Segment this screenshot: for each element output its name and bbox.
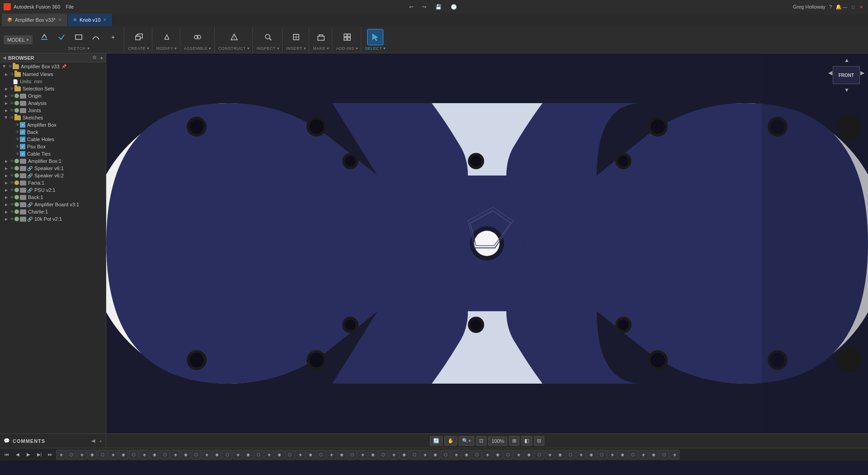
minimize-btn[interactable]: — — [842, 4, 848, 10]
timeline-icon-11[interactable]: ⬡ — [160, 450, 170, 460]
timeline-icon-43[interactable]: ◉ — [493, 450, 503, 460]
timeline-icon-3[interactable]: ◈ — [77, 450, 87, 460]
playback-forward[interactable]: ⏭ — [45, 450, 55, 460]
comments-section[interactable]: 💬 COMMENTS ◀ + — [0, 434, 106, 448]
comments-expand[interactable]: ◀ — [91, 438, 95, 444]
sketch-finish-btn[interactable] — [53, 29, 70, 45]
insert-btn[interactable] — [288, 29, 304, 45]
history-btn[interactable]: 🕐 — [451, 4, 457, 10]
timeline-icon-52[interactable]: ◉ — [586, 450, 596, 460]
playback-rewind[interactable]: ⏮ — [2, 450, 12, 460]
timeline-icon-25[interactable]: ◉ — [306, 450, 316, 460]
maximize-btn[interactable]: □ — [850, 4, 856, 10]
browser-item-amp-box-1[interactable]: ▶ 👁 Amplifier Box:1 — [0, 157, 106, 165]
timeline-icon-26[interactable]: ⬡ — [316, 450, 326, 460]
timeline-icon-47[interactable]: ⬡ — [534, 450, 544, 460]
browser-item-charlie-1[interactable]: ▶ 👁 Charlie:1 — [0, 208, 106, 215]
browser-item-cable-ties-sketch[interactable]: ▶ 👁 ✓ Cable Ties — [0, 150, 106, 157]
comments-settings[interactable]: + — [99, 438, 102, 444]
amp-board-expand[interactable]: ▶ — [4, 202, 9, 207]
make-btn[interactable] — [313, 29, 329, 45]
sidebar-collapse-arrow[interactable]: ◀ — [3, 55, 6, 60]
timeline-icon-49[interactable]: ◉ — [555, 450, 565, 460]
timeline-icon-10[interactable]: ◉ — [150, 450, 160, 460]
sidebar-expand-btn[interactable]: + — [100, 55, 103, 61]
playback-play[interactable]: ▶ — [24, 450, 33, 460]
browser-item-cable-holes-sketch[interactable]: ▶ 👁 ✓ Cable Holes — [0, 136, 106, 143]
facia-expand[interactable]: ▶ — [4, 180, 9, 185]
sketch-curve-btn[interactable] — [88, 29, 104, 45]
timeline-icon-36[interactable]: ◈ — [420, 450, 430, 460]
browser-item-speaker-v6-2[interactable]: ▶ 👁 🔗 Speaker v6:2 — [0, 172, 106, 179]
inspect-btn[interactable] — [260, 29, 276, 45]
timeline-icon-28[interactable]: ◉ — [337, 450, 347, 460]
tab-amplifier-box[interactable]: 📦 Amplifier Box v33* ✕ — [2, 14, 68, 26]
timeline-icon-55[interactable]: ◉ — [618, 450, 627, 460]
sketch-btn[interactable] — [36, 29, 52, 45]
timeline-icon-13[interactable]: ◉ — [181, 450, 191, 460]
timeline-icon-53[interactable]: ⬡ — [597, 450, 607, 460]
create-btn[interactable] — [131, 29, 147, 45]
browser-item-back-1[interactable]: ▶ 👁 Back:1 — [0, 194, 106, 201]
timeline-icon-59[interactable]: ⬡ — [659, 450, 669, 460]
charlie-expand[interactable]: ▶ — [4, 209, 9, 214]
timeline-icon-31[interactable]: ◉ — [368, 450, 378, 460]
menu-file[interactable]: File — [66, 4, 74, 10]
timeline-icon-42[interactable]: ◈ — [482, 450, 492, 460]
timeline-icon-51[interactable]: ◈ — [576, 450, 586, 460]
construct-btn[interactable] — [226, 29, 242, 45]
close-btn[interactable]: ✕ — [858, 4, 864, 10]
speaker-1-expand[interactable]: ▶ — [4, 166, 9, 171]
viewport-3d[interactable]: FRONT ▲ ◀ ▶ ▼ — [106, 53, 868, 433]
timeline-icon-20[interactable]: ⬡ — [254, 450, 264, 460]
browser-item-selection-sets[interactable]: ▶ 👁 Selection Sets — [0, 85, 106, 92]
zoom-percent-btn[interactable]: 100% — [488, 437, 507, 446]
timeline-icon-34[interactable]: ◉ — [399, 450, 409, 460]
visual-style-btn[interactable]: ⊟ — [534, 436, 544, 446]
view-left-arrow[interactable]: ◀ — [828, 70, 832, 76]
browser-item-psu-v2-1[interactable]: ▶ 👁 🔗 PSU v2:1 — [0, 186, 106, 194]
help-btn[interactable]: ? — [829, 4, 832, 10]
model-dropdown[interactable]: MODEL ▾ — [4, 35, 33, 44]
psu-expand[interactable]: ▶ — [4, 187, 9, 193]
browser-item-origin[interactable]: ▶ 👁 Origin — [0, 92, 106, 100]
timeline-icon-4[interactable]: ◉ — [87, 450, 97, 460]
browser-item-psu-box-sketch[interactable]: ▶ 👁 ✓ Psu Box — [0, 143, 106, 150]
timeline-icon-33[interactable]: ◈ — [389, 450, 399, 460]
timeline-icon-32[interactable]: ⬡ — [378, 450, 388, 460]
timeline-icon-1[interactable]: ◈ — [56, 450, 66, 460]
assemble-btn[interactable] — [189, 29, 206, 45]
undo-btn[interactable]: ↩ — [409, 4, 413, 10]
display-mode-btn[interactable]: ◧ — [521, 436, 532, 446]
analysis-expand[interactable]: ▶ — [4, 100, 9, 106]
timeline-icon-9[interactable]: ◈ — [139, 450, 149, 460]
timeline-icon-38[interactable]: ⬡ — [441, 450, 451, 460]
zoom-fit-btn[interactable]: ⊡ — [476, 436, 486, 446]
timeline-icon-27[interactable]: ◈ — [326, 450, 336, 460]
pan-btn[interactable]: ✋ — [444, 436, 457, 446]
sketches-expand[interactable]: ▶ — [4, 115, 9, 120]
notifications-btn[interactable]: 🔔 — [835, 4, 842, 10]
save-btn[interactable]: 💾 — [435, 4, 442, 10]
redo-btn[interactable]: ↪ — [422, 4, 426, 10]
timeline-icon-23[interactable]: ⬡ — [285, 450, 295, 460]
view-right-arrow[interactable]: ▶ — [860, 70, 864, 76]
browser-item-amplifier-box-sketch[interactable]: ▶ 👁 ✓ Amplifier Box — [0, 121, 106, 128]
named-views-expand[interactable]: ▶ — [4, 71, 9, 77]
browser-item-facia-1[interactable]: ▶ 👁 Facia:1 — [0, 179, 106, 186]
timeline-icon-44[interactable]: ⬡ — [503, 450, 513, 460]
browser-item-speaker-v6-1[interactable]: ▶ 👁 🔗 Speaker v6:1 — [0, 165, 106, 172]
timeline-icon-24[interactable]: ◈ — [295, 450, 305, 460]
timeline-icon-8[interactable]: ⬡ — [129, 450, 139, 460]
browser-item-10k-pot-1[interactable]: ▶ 👁 🔗 10k Pot v2:1 — [0, 215, 106, 223]
timeline-icon-48[interactable]: ◈ — [545, 450, 555, 460]
playback-prev[interactable]: ◀ — [13, 450, 23, 460]
tab-close[interactable]: ✕ — [58, 18, 62, 22]
timeline-icon-37[interactable]: ◉ — [430, 450, 440, 460]
view-cube-front[interactable]: FRONT — [833, 66, 860, 84]
timeline-icon-60[interactable]: ◈ — [670, 450, 679, 460]
timeline-icon-21[interactable]: ◈ — [264, 450, 274, 460]
origin-expand[interactable]: ▶ — [4, 93, 9, 99]
timeline-icon-12[interactable]: ◈ — [170, 450, 180, 460]
browser-item-analysis[interactable]: ▶ 👁 Analysis — [0, 100, 106, 107]
